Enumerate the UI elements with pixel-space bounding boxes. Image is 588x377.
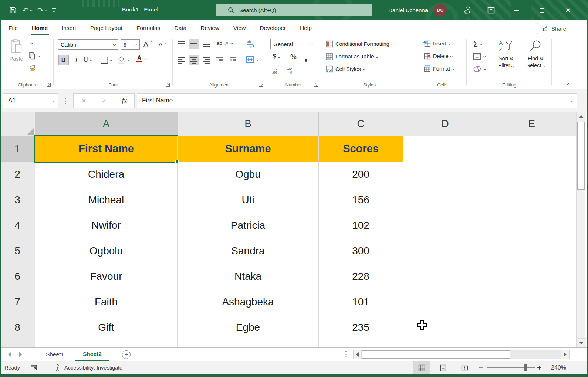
cell-D2[interactable] — [403, 162, 487, 187]
cell-A8[interactable]: Gift — [35, 315, 178, 340]
row-header-8[interactable]: 8 — [0, 315, 35, 340]
name-box[interactable]: A1 — [3, 93, 58, 108]
tabbar-splitter[interactable] — [345, 351, 347, 357]
align-left-button[interactable] — [176, 55, 186, 65]
avatar[interactable]: DU — [434, 4, 447, 17]
zoom-slider[interactable] — [487, 367, 535, 368]
select-all-corner[interactable] — [0, 112, 35, 136]
sheet-tab-sheet2[interactable]: Sheet2 — [75, 348, 109, 361]
cell-B6[interactable]: Ntaka — [178, 264, 319, 289]
fill-button[interactable] — [473, 53, 485, 60]
cell-E6[interactable] — [487, 264, 576, 289]
cell-D1[interactable] — [403, 136, 487, 162]
font-color-button[interactable]: A — [136, 55, 146, 62]
scroll-left-button[interactable] — [354, 350, 362, 359]
align-right-button[interactable] — [201, 55, 212, 65]
format-as-table-button[interactable]: Format as Table — [326, 53, 378, 60]
percent-style-button[interactable]: % — [290, 53, 297, 61]
row-header-2[interactable]: 2 — [0, 162, 35, 187]
enter-button[interactable]: ✓ — [101, 97, 107, 105]
cell-D3[interactable] — [403, 187, 487, 213]
insert-cells-button[interactable]: Insert — [423, 40, 450, 47]
column-header-D[interactable]: D — [403, 112, 487, 136]
redo-button[interactable]: ↷ — [37, 6, 47, 15]
insert-function-button[interactable]: fx — [122, 97, 127, 105]
format-painter-button[interactable] — [29, 65, 36, 72]
scroll-up-button[interactable] — [577, 112, 586, 121]
increase-decimal-button[interactable]: ←0.00 — [272, 67, 277, 74]
cell-C5[interactable]: 300 — [319, 238, 403, 264]
normal-view-button[interactable] — [413, 361, 430, 374]
cell-C7[interactable]: 101 — [319, 289, 403, 315]
cell-C4[interactable]: 102 — [319, 213, 403, 238]
ribbon-display-options-button[interactable] — [483, 0, 500, 20]
row-header-3[interactable]: 3 — [0, 187, 35, 213]
sort-filter-button[interactable]: AZ Sort & Filter — [492, 39, 520, 69]
tab-home[interactable]: Home — [25, 20, 55, 36]
cut-button[interactable]: ✂ — [30, 40, 35, 47]
fill-handle[interactable] — [175, 160, 179, 163]
tab-file[interactable]: File — [1, 20, 25, 36]
wrap-text-button[interactable]: ab — [246, 40, 255, 50]
tab-developer[interactable]: Developer — [253, 20, 293, 36]
font-size-combo[interactable]: 9 — [121, 39, 140, 50]
autosum-button[interactable]: Σ — [473, 40, 482, 48]
cell-E4[interactable] — [487, 213, 576, 238]
column-header-C[interactable]: C — [319, 112, 403, 136]
row-header-6[interactable]: 6 — [0, 264, 35, 289]
page-layout-view-button[interactable] — [435, 361, 451, 374]
formula-bar-splitter[interactable] — [65, 98, 66, 104]
tab-review[interactable]: Review — [193, 20, 226, 36]
increase-font-size-button[interactable]: A — [143, 40, 152, 48]
cell-C2[interactable]: 200 — [319, 162, 403, 187]
cell-B3[interactable]: Uti — [178, 187, 319, 213]
scroll-down-button[interactable] — [577, 338, 586, 347]
cell-styles-button[interactable]: Cell Styles — [326, 65, 365, 73]
user-name[interactable]: Daniel Uchenna — [388, 7, 428, 13]
cell-B7[interactable]: Ashagbeka — [178, 289, 319, 315]
close-button[interactable]: ✕ — [560, 0, 577, 20]
zoom-out-button[interactable]: − — [479, 361, 483, 374]
row-header-9[interactable] — [0, 340, 35, 347]
cell-E9[interactable] — [487, 340, 576, 347]
collapse-ribbon-button[interactable] — [567, 81, 570, 88]
cell-A3[interactable]: Micheal — [35, 187, 178, 213]
share-button[interactable]: Share — [537, 23, 571, 34]
next-sheet-button[interactable] — [19, 352, 22, 357]
cell-C9[interactable] — [319, 340, 403, 347]
accounting-format-button[interactable]: $ — [273, 53, 280, 60]
cell-E3[interactable] — [487, 187, 576, 213]
undo-button[interactable]: ↶ — [22, 6, 32, 15]
macro-record-button[interactable] — [30, 361, 38, 374]
zoom-slider-thumb[interactable] — [524, 364, 527, 371]
cell-C8[interactable]: 235 — [319, 315, 403, 340]
horizontal-scrollbar-thumb[interactable] — [362, 350, 510, 359]
comma-style-button[interactable]: , — [304, 51, 307, 63]
cancel-button[interactable]: ✕ — [81, 97, 87, 105]
row-header-5[interactable]: 5 — [0, 238, 35, 264]
row-header-7[interactable]: 7 — [0, 289, 35, 315]
alignment-dialog-launcher[interactable] — [259, 83, 263, 87]
cell-B5[interactable]: Sandra — [178, 238, 319, 264]
increase-indent-button[interactable] — [228, 55, 238, 65]
cell-E5[interactable] — [487, 238, 576, 264]
underline-button[interactable]: U — [84, 57, 92, 63]
formula-input[interactable]: First Name — [137, 93, 577, 108]
italic-button[interactable]: I — [71, 55, 81, 65]
column-header-B[interactable]: B — [178, 112, 319, 136]
font-name-combo[interactable]: Calibri — [58, 39, 118, 50]
merge-center-button[interactable] — [246, 56, 258, 63]
center-button[interactable] — [189, 55, 199, 65]
cell-B2[interactable]: Ogbu — [178, 162, 319, 187]
cell-A9[interactable] — [35, 340, 178, 347]
cell-A1[interactable]: First Name — [35, 136, 178, 162]
cell-C1[interactable]: Scores — [319, 136, 403, 162]
search-input[interactable]: Search (Alt+Q) — [216, 4, 372, 16]
cell-C3[interactable]: 156 — [319, 187, 403, 213]
customize-quick-access-button[interactable] — [52, 8, 56, 12]
row-header-4[interactable]: 4 — [0, 213, 35, 238]
zoom-level[interactable]: 240% — [551, 361, 566, 374]
column-header-A[interactable]: A — [35, 112, 178, 136]
bottom-align-button[interactable] — [201, 39, 212, 49]
cell-B4[interactable]: Patricia — [178, 213, 319, 238]
